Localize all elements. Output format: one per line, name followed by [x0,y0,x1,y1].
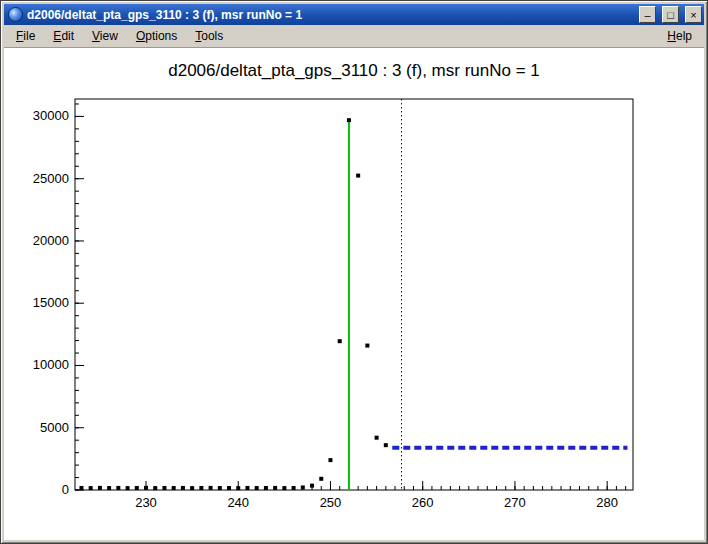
y-axis-tick-label: 15000 [33,295,69,310]
root-app-icon [8,7,23,22]
root-canvas[interactable]: d2006/deltat_pta_gps_3110 : 3 (f), msr r… [4,48,704,540]
menubar-spacer [232,25,658,47]
data-point [218,486,222,490]
histogram-plot[interactable]: 2302402502602702800500010000150002000025… [4,48,704,540]
data-point [236,486,240,490]
data-point [328,458,332,462]
x-axis-tick-label: 260 [412,495,434,510]
maximize-button[interactable]: □ [662,6,679,23]
data-point [375,436,379,440]
x-axis-tick-label: 280 [596,495,618,510]
y-axis-tick-label: 20000 [33,233,69,248]
data-point [227,486,231,490]
data-point [116,486,120,490]
menubar: File Edit View Options Tools Help [4,25,704,48]
plot-frame [75,99,633,490]
app-window: d2006/deltat_pta_gps_3110 : 3 (f), msr r… [0,0,708,544]
y-axis-tick-label: 0 [62,482,69,497]
y-axis-tick-label: 10000 [33,357,69,372]
histogram-points [79,118,387,490]
data-point [255,486,259,490]
data-point [384,443,388,447]
data-point [79,486,83,490]
menu-file[interactable]: File [7,25,44,47]
data-point [356,174,360,178]
window-title: d2006/deltat_pta_gps_3110 : 3 (f), msr r… [27,8,633,22]
data-point [319,477,323,481]
data-point [153,486,157,490]
data-point [126,486,130,490]
data-point [172,486,176,490]
x-axis-tick-label: 240 [227,495,249,510]
data-point [181,486,185,490]
data-point [338,339,342,343]
data-point [292,486,296,490]
menu-tools[interactable]: Tools [186,25,232,47]
close-button[interactable]: × [685,6,702,23]
data-point [365,344,369,348]
data-point [89,486,93,490]
menu-edit[interactable]: Edit [44,25,83,47]
data-point [245,486,249,490]
data-point [273,486,277,490]
data-point [107,486,111,490]
data-point [98,486,102,490]
data-point [144,486,148,490]
y-axis-tick-label: 30000 [33,108,69,123]
data-point [347,118,351,122]
minimize-button[interactable]: – [639,6,656,23]
data-point [199,486,203,490]
menu-help[interactable]: Help [658,25,701,47]
data-point [301,486,305,490]
x-axis-tick-label: 270 [504,495,526,510]
data-point [162,486,166,490]
data-point [310,484,314,488]
titlebar[interactable]: d2006/deltat_pta_gps_3110 : 3 (f), msr r… [4,4,704,25]
y-axis-tick-label: 5000 [40,420,69,435]
y-axis-tick-label: 25000 [33,171,69,186]
menu-options[interactable]: Options [127,25,186,47]
data-point [282,486,286,490]
x-axis-tick-label: 230 [135,495,157,510]
plot-axes [75,99,633,490]
data-point [190,486,194,490]
data-point [209,486,213,490]
x-axis-tick-label: 250 [320,495,342,510]
menu-view[interactable]: View [83,25,127,47]
data-point [135,486,139,490]
data-point [264,486,268,490]
